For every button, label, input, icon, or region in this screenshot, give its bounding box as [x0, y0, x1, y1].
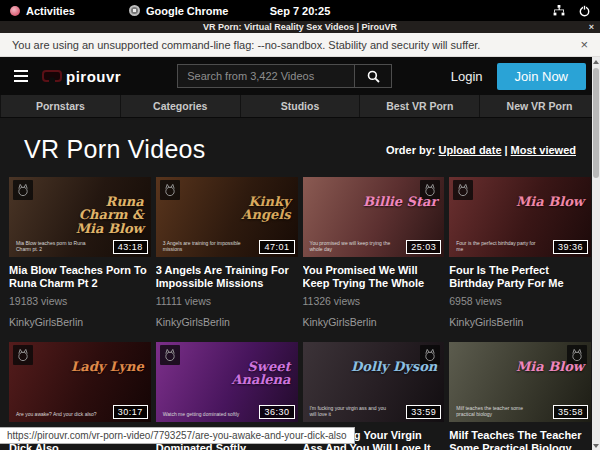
video-title[interactable]: 3 Angels Are Training For Impossible Mis…: [156, 264, 298, 290]
nav-item-new-vr-porn[interactable]: New VR Porn: [480, 95, 600, 117]
video-thumbnail[interactable]: Dolly Dyson I'm fucking your virgin ass …: [303, 342, 445, 422]
view-count: 11326 views: [303, 295, 445, 307]
thumbnail-caption: Four is the perfect birthday party for m…: [456, 240, 538, 252]
video-thumbnail[interactable]: Mia Blow Milf teaches the teacher some p…: [449, 342, 591, 422]
search-button[interactable]: [354, 64, 392, 88]
video-card[interactable]: Runa Charm & Mia Blow Mia Blow teaches p…: [9, 177, 151, 328]
duration-badge: 35:58: [553, 405, 588, 419]
view-count: 6958 views: [449, 295, 591, 307]
main-nav: Pornstars Categories Studios Best VR Por…: [0, 95, 600, 118]
page-heading-row: VR Porn Videos Order by: Upload date|Mos…: [0, 118, 600, 177]
activities-button[interactable]: Activities: [26, 5, 75, 17]
duration-badge: 47:01: [259, 240, 294, 254]
studio-link[interactable]: KinkyGirlsBerlin: [303, 316, 445, 328]
video-card[interactable]: Mia Blow Milf teaches the teacher some p…: [449, 342, 591, 450]
scrollbar-thumb[interactable]: [593, 68, 599, 178]
studio-watermark-cat-icon: [160, 180, 180, 200]
thumbnail-overlay-title: Mia Blow: [516, 360, 584, 374]
video-thumbnail[interactable]: Sweet Analena Watch me getting dominated…: [156, 342, 298, 422]
video-title[interactable]: Four Is The Perfect Birthday Party For M…: [449, 264, 591, 290]
thumbnail-caption: I'm fucking your virgin ass and you will…: [310, 405, 392, 417]
system-top-bar: Activities Google Chrome Sep 7 20:25: [0, 0, 600, 21]
order-by-separator: |: [505, 144, 508, 156]
video-thumbnail[interactable]: Runa Charm & Mia Blow Mia Blow teaches p…: [9, 177, 151, 257]
studio-watermark-cat-icon: [453, 180, 473, 200]
site-logo[interactable]: pirouvr: [42, 68, 121, 85]
video-grid: Runa Charm & Mia Blow Mia Blow teaches p…: [0, 177, 600, 450]
thumbnail-caption: Mia Blow teaches porn to Runa Charm pt. …: [16, 240, 98, 252]
site-header: pirouvr Login Join Now: [0, 57, 600, 95]
page-title: VR Porn Videos: [24, 135, 206, 164]
video-card[interactable]: Mia Blow Four is the perfect birthday pa…: [449, 177, 591, 328]
thumbnail-overlay-title: Sweet Analena: [203, 360, 291, 387]
login-link[interactable]: Login: [451, 69, 483, 84]
site-logo-text: pirouvr: [66, 68, 121, 85]
thumbnail-caption: You promised we will keep trying the who…: [310, 240, 392, 252]
order-by: Order by: Upload date|Most viewed: [386, 144, 576, 156]
vertical-scrollbar[interactable]: [592, 57, 600, 450]
join-now-button[interactable]: Join Now: [497, 63, 586, 90]
clock[interactable]: Sep 7 20:25: [0, 5, 600, 17]
nav-item-best-vr-porn[interactable]: Best VR Porn: [360, 95, 480, 117]
warning-message: You are using an unsupported command-lin…: [12, 39, 480, 51]
video-title[interactable]: Milf Teaches The Teacher Some Practical …: [449, 429, 591, 450]
nav-item-categories[interactable]: Categories: [121, 95, 241, 117]
video-thumbnail[interactable]: Lady Lyne Are you awake? And your dick a…: [9, 342, 151, 422]
thumbnail-caption: Milf teaches the teacher some practical …: [456, 405, 538, 417]
power-icon[interactable]: [579, 5, 590, 17]
search-icon: [367, 70, 380, 83]
studio-watermark-cat-icon: [13, 180, 33, 200]
thumbnail-overlay-title: Lady Lyne: [71, 360, 144, 374]
order-by-upload-date-link[interactable]: Upload date: [439, 144, 502, 156]
studio-watermark-cat-icon: [160, 345, 180, 365]
nav-item-studios[interactable]: Studios: [241, 95, 361, 117]
duration-badge: 39:36: [553, 240, 588, 254]
video-card[interactable]: Billie Star You promised we will keep tr…: [303, 177, 445, 328]
thumbnail-caption: 3 Angels are training for impossible mis…: [163, 240, 245, 252]
search-box: [177, 64, 392, 88]
order-by-most-viewed-link[interactable]: Most viewed: [511, 144, 576, 156]
view-count: 11111 views: [156, 295, 298, 307]
video-thumbnail[interactable]: Billie Star You promised we will keep tr…: [303, 177, 445, 257]
hamburger-menu-icon[interactable]: [14, 70, 28, 82]
view-count: 19183 views: [9, 295, 151, 307]
browser-tab-strip: VR Porn: Virtual Reality Sex Videos | Pi…: [0, 21, 600, 33]
thumbnail-overlay-title: Billie Star: [363, 195, 437, 209]
video-thumbnail[interactable]: Kinky Angels 3 Angels are training for i…: [156, 177, 298, 257]
duration-badge: 43:18: [113, 240, 148, 254]
studio-watermark-cat-icon: [13, 345, 33, 365]
tab-close-icon[interactable]: ×: [589, 21, 594, 33]
chrome-warning-infobar: You are using an unsupported command-lin…: [0, 33, 600, 57]
studio-link[interactable]: KinkyGirlsBerlin: [9, 316, 151, 328]
scroll-up-arrow-icon[interactable]: [592, 57, 600, 66]
thumbnail-overlay-title: Kinky Angels: [203, 195, 291, 222]
thumbnail-overlay-title: Mia Blow: [516, 195, 584, 209]
nav-item-pornstars[interactable]: Pornstars: [0, 95, 121, 117]
vr-headset-icon: [42, 70, 62, 82]
studio-link[interactable]: KinkyGirlsBerlin: [156, 316, 298, 328]
duration-badge: 25:03: [406, 240, 441, 254]
network-icon[interactable]: [553, 5, 565, 16]
duration-badge: 30:17: [113, 405, 148, 419]
infobar-close-icon[interactable]: ×: [580, 38, 588, 51]
focused-app-label: Google Chrome: [146, 5, 229, 17]
search-input[interactable]: [177, 64, 354, 88]
video-card[interactable]: Kinky Angels 3 Angels are training for i…: [156, 177, 298, 328]
studio-link[interactable]: KinkyGirlsBerlin: [449, 316, 591, 328]
thumbnail-caption: Are you awake? And your dick also?: [16, 411, 98, 417]
thumbnail-overlay-title: Runa Charm & Mia Blow: [56, 195, 144, 236]
tab-title[interactable]: VR Porn: Virtual Reality Sex Videos | Pi…: [203, 22, 397, 32]
order-by-label: Order by:: [386, 144, 436, 156]
video-title[interactable]: Mia Blow Teaches Porn To Runa Charm Pt 2: [9, 264, 151, 290]
chrome-icon: [129, 5, 140, 16]
activities-indicator-icon: [10, 6, 20, 16]
status-url-bubble: https://pirouvr.com/vr-porn-video/779325…: [0, 427, 355, 444]
duration-badge: 33:59: [406, 405, 441, 419]
thumbnail-overlay-title: Dolly Dyson: [351, 360, 437, 374]
video-thumbnail[interactable]: Mia Blow Four is the perfect birthday pa…: [449, 177, 591, 257]
video-title[interactable]: You Promised We Will Keep Trying The Who…: [303, 264, 445, 290]
duration-badge: 36:30: [259, 405, 294, 419]
focused-app-menu[interactable]: Google Chrome: [129, 5, 229, 17]
thumbnail-caption: Watch me getting dominated softly: [163, 411, 245, 417]
scroll-down-arrow-icon[interactable]: [592, 441, 600, 450]
